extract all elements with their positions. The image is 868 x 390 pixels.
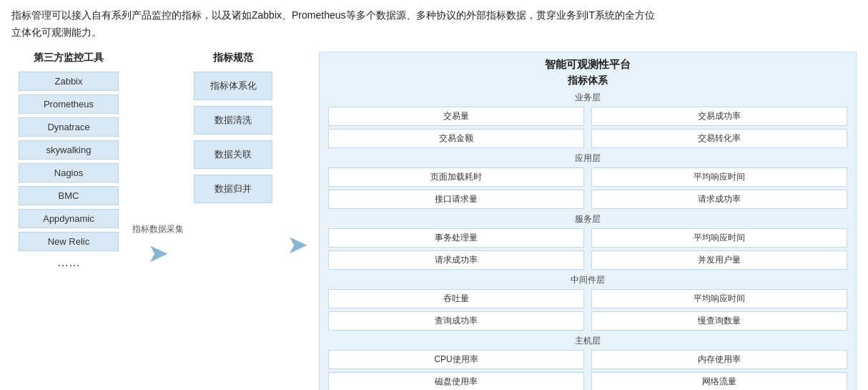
standard-item-1: 指标体系化 (194, 72, 272, 100)
cell-memory: 内存使用率 (591, 350, 847, 369)
cell-transaction-success: 交易成功率 (591, 107, 847, 126)
platform-subtitle: 指标体系 (568, 74, 608, 87)
standard-item-3: 数据关联 (194, 140, 272, 169)
cell-slow-query: 慢查询数量 (591, 311, 847, 331)
right-arrow-2: ➤ (287, 232, 308, 258)
layer-section-application: 应用层 页面加载耗时 平均响应时间 接口请求量 请求成功率 (328, 152, 847, 209)
standard-item-4: 数据归并 (194, 175, 272, 203)
arrow-area-2: ➤ (276, 52, 319, 390)
standards-box: 指标规范 指标体系化 数据清洗 数据关联 数据归并 (190, 52, 276, 390)
tool-item-skywalking: skywalking (19, 140, 119, 160)
cell-transaction-processing: 事务处理量 (328, 228, 584, 248)
layer-title-service: 服务层 (328, 213, 847, 225)
cell-api-requests: 接口请求量 (328, 190, 584, 209)
arrow-label: 指标数据采集 (132, 223, 184, 235)
tool-item-prometheus: Prometheus (19, 94, 119, 114)
layer-section-service: 服务层 事务处理量 平均响应时间 请求成功率 并发用户量 (328, 213, 847, 270)
third-party-box: 第三方监控工具 Zabbix Prometheus Dynatrace skyw… (11, 52, 126, 390)
platform-title: 智能可观测性平台 (545, 58, 631, 72)
standard-item-2: 数据清洗 (194, 106, 272, 135)
layer-grid-middleware: 吞吐量 平均响应时间 查询成功率 慢查询数量 (328, 289, 847, 331)
third-party-title: 第三方监控工具 (34, 52, 104, 64)
standards-title: 指标规范 (213, 52, 253, 64)
layer-section-business: 业务层 交易量 交易成功率 交易金额 交易转化率 (328, 92, 847, 148)
cell-transaction-conversion: 交易转化率 (591, 129, 847, 148)
top-description: 指标管理可以接入自有系列产品监控的指标，以及诸如Zabbix、Prometheu… (11, 7, 655, 42)
right-arrow-1: ➤ (147, 240, 169, 266)
cell-svc-request-success: 请求成功率 (328, 250, 584, 270)
layer-section-host: 主机层 CPU使用率 内存使用率 磁盘使用率 网络流量 (328, 335, 847, 390)
layer-grid-application: 页面加载耗时 平均响应时间 接口请求量 请求成功率 (328, 167, 847, 209)
cell-request-success: 请求成功率 (591, 190, 847, 209)
cell-cpu: CPU使用率 (328, 350, 584, 369)
cell-transaction-volume: 交易量 (328, 107, 584, 126)
platform-box: 智能可观测性平台 指标体系 业务层 交易量 交易成功率 交易金额 交易转化率 应… (319, 52, 857, 390)
tool-item-dynatrace: Dynatrace (19, 117, 119, 137)
cell-concurrent-users: 并发用户量 (591, 250, 847, 270)
layer-grid-host: CPU使用率 内存使用率 磁盘使用率 网络流量 (328, 350, 847, 390)
layer-title-middleware: 中间件层 (328, 274, 847, 286)
layer-grid-service: 事务处理量 平均响应时间 请求成功率 并发用户量 (328, 228, 847, 270)
tool-item-nagios: Nagios (19, 163, 119, 182)
page-wrapper: 指标管理可以接入自有系列产品监控的指标，以及诸如Zabbix、Prometheu… (0, 0, 868, 390)
diagram-area: 第三方监控工具 Zabbix Prometheus Dynatrace skyw… (11, 52, 857, 390)
layer-grid-business: 交易量 交易成功率 交易金额 交易转化率 (328, 107, 847, 148)
cell-avg-response: 平均响应时间 (591, 167, 847, 187)
layer-title-business: 业务层 (328, 92, 847, 104)
tool-item-zabbix: Zabbix (19, 72, 119, 91)
tool-item-newrelic: New Relic (19, 232, 119, 251)
tool-dots: …… (57, 256, 80, 269)
tool-item-bmc: BMC (19, 186, 119, 205)
cell-page-load: 页面加载耗时 (328, 167, 584, 187)
arrow-area-1: 指标数据采集 ➤ (126, 52, 190, 390)
cell-network: 网络流量 (591, 372, 847, 390)
cell-throughput: 吞吐量 (328, 289, 584, 308)
layer-title-application: 应用层 (328, 152, 847, 165)
layer-title-host: 主机层 (328, 335, 847, 347)
cell-query-success: 查询成功率 (328, 311, 584, 331)
layer-section-middleware: 中间件层 吞吐量 平均响应时间 查询成功率 慢查询数量 (328, 274, 847, 331)
cell-svc-avg-response: 平均响应时间 (591, 228, 847, 248)
cell-mw-avg-response: 平均响应时间 (591, 289, 847, 308)
cell-disk: 磁盘使用率 (328, 372, 584, 390)
cell-transaction-amount: 交易金额 (328, 129, 584, 148)
tool-item-appdynamic: Appdynamic (19, 209, 119, 228)
